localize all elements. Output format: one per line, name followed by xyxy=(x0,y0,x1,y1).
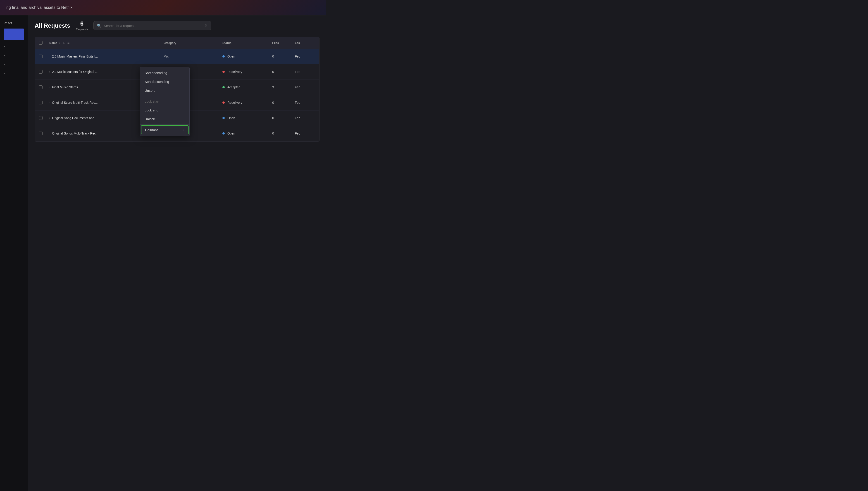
row-last-cell: Feb xyxy=(292,85,319,89)
menu-item-lock-start: Lock start xyxy=(140,97,189,106)
table-header: Name ≡↓ 1 ≡ Category Status Files Las xyxy=(35,37,319,49)
menu-item-columns[interactable]: Columns › xyxy=(141,125,188,134)
status-dot xyxy=(222,117,225,119)
header-checkbox-cell[interactable] xyxy=(35,37,46,49)
row-expander-icon[interactable]: › xyxy=(49,101,50,104)
row-expander-icon[interactable]: › xyxy=(49,70,50,74)
sidebar-highlight xyxy=(4,29,24,40)
row-expander-icon[interactable]: › xyxy=(49,116,50,120)
row-status-cell: Open xyxy=(220,116,270,120)
status-label: Open xyxy=(227,55,235,58)
header-row: All Requests 6 Requests 🔍 ✕ xyxy=(35,20,319,31)
request-count-number: 6 xyxy=(80,20,84,28)
row-last-cell: Feb xyxy=(292,55,319,58)
status-label: Redelivery xyxy=(227,70,242,74)
status-dot xyxy=(222,102,225,104)
row-expander-icon[interactable]: › xyxy=(49,132,50,135)
status-label: Open xyxy=(227,116,235,120)
select-all-checkbox[interactable] xyxy=(39,41,42,45)
column-header-last[interactable]: Las xyxy=(292,37,319,49)
row-checkbox[interactable] xyxy=(39,132,42,135)
menu-item-unsort[interactable]: Unsort xyxy=(140,86,189,95)
menu-item-label: Lock start xyxy=(145,99,159,103)
row-last-cell: Feb xyxy=(292,116,319,120)
row-checkbox[interactable] xyxy=(39,101,42,105)
status-label: Redelivery xyxy=(227,101,242,105)
status-dot xyxy=(222,71,225,73)
menu-item-label: Lock end xyxy=(145,108,158,112)
row-last-cell: Feb xyxy=(292,70,319,74)
sidebar-item-1[interactable]: › xyxy=(0,42,28,50)
chevron-right-icon: › xyxy=(4,71,5,75)
search-input[interactable] xyxy=(104,24,202,28)
row-checkbox[interactable] xyxy=(39,116,42,120)
status-dot xyxy=(222,86,225,88)
context-menu: Sort ascending Sort descending Unsort Lo… xyxy=(140,67,190,136)
row-status-cell: Open xyxy=(220,55,270,58)
menu-item-unlock[interactable]: Unlock xyxy=(140,115,189,123)
menu-item-label: Unsort xyxy=(145,89,155,92)
row-last-cell: Feb xyxy=(292,132,319,135)
search-clear-icon[interactable]: ✕ xyxy=(204,23,208,28)
column-menu-icon[interactable]: ≡ xyxy=(67,41,69,45)
column-header-name[interactable]: Name ≡↓ 1 ≡ xyxy=(46,37,161,49)
table-row[interactable]: › 2.0 Music Masters Final Edits f... Mix… xyxy=(35,49,319,64)
row-checkbox-cell[interactable] xyxy=(35,85,46,89)
column-header-files[interactable]: Files xyxy=(270,37,292,49)
row-last-cell: Feb xyxy=(292,101,319,105)
sidebar-reset-label[interactable]: Reset xyxy=(0,20,28,26)
chevron-right-icon: › xyxy=(4,45,5,48)
row-checkbox-cell[interactable] xyxy=(35,70,46,74)
chevron-right-icon: › xyxy=(4,53,5,57)
row-status-cell: Redelivery xyxy=(220,101,270,105)
menu-item-label: Columns xyxy=(145,128,158,132)
top-banner: ing final and archival assets to Netflix… xyxy=(0,0,326,16)
request-count-label: Requests xyxy=(76,28,88,31)
sidebar-item-2[interactable]: › xyxy=(0,52,28,59)
row-expander-icon[interactable]: › xyxy=(49,86,50,89)
status-dot xyxy=(222,55,225,58)
status-dot xyxy=(222,132,225,135)
column-header-category[interactable]: Category xyxy=(161,37,220,49)
row-status-cell: Open xyxy=(220,132,270,135)
page-title: All Requests xyxy=(35,22,70,29)
row-files-cell: 3 xyxy=(270,85,292,89)
menu-divider xyxy=(140,96,189,96)
row-files-cell: 0 xyxy=(270,116,292,120)
status-label: Accepted xyxy=(227,85,240,89)
sidebar-item-4[interactable]: › xyxy=(0,70,28,77)
search-bar[interactable]: 🔍 ✕ xyxy=(93,21,211,30)
row-files-cell: 0 xyxy=(270,132,292,135)
row-checkbox-cell[interactable] xyxy=(35,132,46,135)
row-checkbox[interactable] xyxy=(39,85,42,89)
row-files-cell: 0 xyxy=(270,70,292,74)
row-checkbox-cell[interactable] xyxy=(35,55,46,58)
row-checkbox-cell[interactable] xyxy=(35,101,46,105)
menu-item-label: Sort ascending xyxy=(145,71,167,75)
row-status-cell: Accepted xyxy=(220,85,270,89)
row-name-cell: › 2.0 Music Masters Final Edits f... xyxy=(46,55,161,58)
name-column-label: Name ≡↓ 1 xyxy=(49,41,65,45)
submenu-chevron-icon: › xyxy=(184,128,184,132)
sidebar: Reset › › › › xyxy=(0,16,28,491)
request-count-badge: 6 Requests xyxy=(76,20,88,31)
menu-item-label: Sort descending xyxy=(145,80,169,84)
row-checkbox-cell[interactable] xyxy=(35,116,46,120)
row-checkbox[interactable] xyxy=(39,70,42,74)
row-files-cell: 0 xyxy=(270,55,292,58)
menu-item-sort-desc[interactable]: Sort descending xyxy=(140,77,189,86)
row-files-cell: 0 xyxy=(270,101,292,105)
row-status-cell: Redelivery xyxy=(220,70,270,74)
search-icon: 🔍 xyxy=(97,24,101,28)
menu-item-sort-asc[interactable]: Sort ascending xyxy=(140,68,189,77)
status-label: Open xyxy=(227,132,235,135)
menu-item-label: Unlock xyxy=(145,117,155,121)
row-expander-icon[interactable]: › xyxy=(49,55,50,58)
chevron-right-icon: › xyxy=(4,62,5,66)
banner-text: ing final and archival assets to Netflix… xyxy=(5,5,73,10)
row-checkbox[interactable] xyxy=(39,55,42,58)
column-header-status[interactable]: Status xyxy=(220,37,270,49)
row-category-cell: Mix xyxy=(161,55,220,58)
menu-item-lock-end[interactable]: Lock end xyxy=(140,106,189,115)
sidebar-item-3[interactable]: › xyxy=(0,61,28,68)
